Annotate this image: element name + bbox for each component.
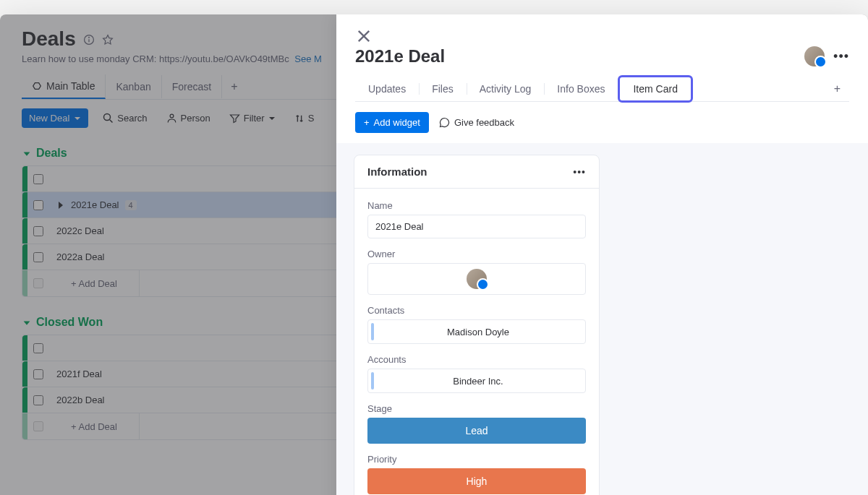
accounts-field: Accounts Bindeer Inc. — [367, 354, 586, 393]
item-panel: 2021e Deal ••• Updates Files Activity Lo… — [336, 14, 868, 495]
priority-value[interactable]: High — [367, 468, 586, 494]
owner-value[interactable] — [367, 263, 586, 295]
accounts-value[interactable]: Bindeer Inc. — [367, 369, 586, 393]
priority-label: Priority — [367, 454, 586, 465]
contacts-value[interactable]: Madison Doyle — [367, 319, 586, 344]
owner-field: Owner — [367, 249, 586, 295]
more-icon[interactable]: ••• — [833, 49, 849, 64]
close-icon[interactable] — [355, 27, 373, 45]
tab-files[interactable]: Files — [419, 77, 467, 100]
contacts-field: Contacts Madison Doyle — [367, 305, 586, 344]
stage-field: Stage Lead — [367, 403, 586, 444]
name-input[interactable] — [367, 215, 586, 238]
panel-title[interactable]: 2021e Deal — [355, 46, 445, 66]
add-tab-button[interactable]: + — [825, 77, 849, 101]
owner-label: Owner — [367, 249, 586, 259]
panel-tabs: Updates Files Activity Log Info Boxes It… — [355, 77, 849, 102]
tab-info-boxes[interactable]: Info Boxes — [544, 77, 618, 100]
stage-label: Stage — [367, 403, 586, 414]
add-widget-button[interactable]: + Add widget — [355, 112, 429, 133]
avatar[interactable] — [804, 46, 825, 66]
plus-icon: + — [364, 117, 370, 128]
feedback-icon — [439, 117, 450, 128]
avatar — [467, 269, 487, 289]
tab-activity-log[interactable]: Activity Log — [467, 77, 545, 100]
information-card: Information ••• Name Owner — [354, 155, 600, 495]
give-feedback-button[interactable]: Give feedback — [439, 117, 514, 128]
tab-item-card[interactable]: Item Card — [618, 75, 692, 103]
stage-value[interactable]: Lead — [367, 418, 586, 444]
panel-toolbar: + Add widget Give feedback — [336, 102, 868, 143]
priority-field: Priority High — [367, 454, 586, 494]
contacts-label: Contacts — [367, 305, 586, 316]
name-field: Name — [367, 200, 586, 238]
card-more-icon[interactable]: ••• — [573, 166, 586, 178]
accounts-label: Accounts — [367, 354, 586, 365]
card-title: Information — [367, 165, 427, 178]
tab-updates[interactable]: Updates — [355, 77, 419, 100]
name-label: Name — [367, 200, 586, 211]
